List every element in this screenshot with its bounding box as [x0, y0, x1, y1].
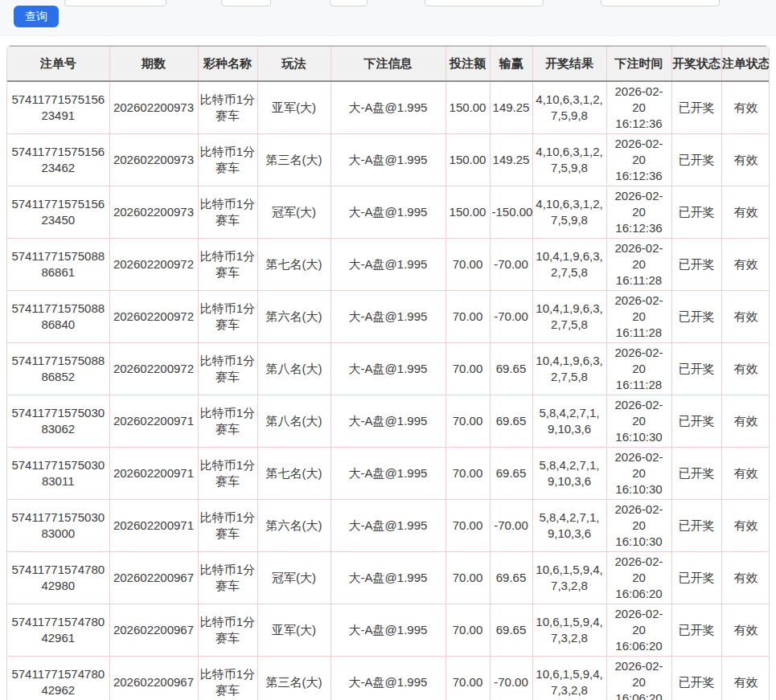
cell-bet-id: 5741177157508886852	[7, 342, 109, 395]
column-header-bet-info: 下注信息	[331, 47, 445, 81]
cell-lottery-name: 比特币1分赛车	[198, 395, 257, 447]
table-row: 5741177157503083011 202602200971 比特币1分赛车…	[7, 447, 770, 499]
cell-draw-result: 5,8,4,2,7,1,9,10,3,6	[532, 447, 606, 499]
cell-bet-time: 2026-02-20 16:06:20	[606, 656, 671, 700]
cell-order-status: 有效	[721, 656, 770, 700]
cell-win-loss: -150.00	[490, 186, 532, 238]
cell-lottery-name: 比特币1分赛车	[198, 133, 257, 186]
cell-bet-time: 2026-02-20 16:06:20	[606, 604, 671, 656]
cell-order-status: 有效	[721, 604, 770, 656]
cell-bet-id: 5741177157503083000	[7, 499, 109, 551]
cell-play-type: 第六名(大)	[257, 499, 331, 551]
cell-play-type: 第七名(大)	[257, 238, 331, 290]
cell-win-loss: 69.65	[490, 342, 532, 395]
cell-win-loss: -70.00	[490, 656, 532, 700]
cell-draw-result: 10,4,1,9,6,3,2,7,5,8	[532, 342, 606, 395]
cell-bet-amount: 150.00	[445, 81, 490, 134]
cell-bet-amount: 70.00	[445, 604, 490, 656]
cell-bet-id: 5741177157478042962	[7, 656, 109, 700]
cell-win-loss: 69.65	[490, 395, 532, 447]
cell-bet-info: 大-A盘@1.995	[331, 133, 445, 186]
filter-bar: 查询	[0, 0, 776, 36]
cell-bet-info: 大-A盘@1.995	[331, 604, 445, 656]
cell-draw-result: 10,6,1,5,9,4,7,3,2,8	[532, 551, 606, 604]
cell-bet-amount: 70.00	[445, 656, 490, 700]
table-row: 5741177157508886852 202602200972 比特币1分赛车…	[7, 342, 770, 395]
cell-bet-id: 5741177157508886861	[7, 238, 109, 290]
table-row: 5741177157508886840 202602200972 比特币1分赛车…	[7, 290, 770, 342]
table-row: 5741177157478042962 202602200967 比特币1分赛车…	[7, 656, 770, 700]
cell-order-status: 有效	[721, 447, 770, 499]
cell-draw-result: 10,6,1,5,9,4,7,3,2,8	[532, 604, 606, 656]
cell-play-type: 亚军(大)	[257, 81, 331, 134]
cell-lottery-name: 比特币1分赛车	[198, 238, 257, 290]
cell-draw-result: 10,4,1,9,6,3,2,7,5,8	[532, 290, 606, 342]
cell-order-status: 有效	[721, 238, 770, 290]
cell-bet-id: 5741177157478042961	[7, 604, 109, 656]
table-row: 5741177157515623450 202602200973 比特币1分赛车…	[7, 186, 770, 238]
cell-bet-amount: 70.00	[445, 395, 490, 447]
cell-bet-info: 大-A盘@1.995	[331, 499, 445, 551]
cell-draw-result: 5,8,4,2,7,1,9,10,3,6	[532, 499, 606, 551]
cell-bet-amount: 150.00	[445, 133, 490, 186]
cell-draw-result: 4,10,6,3,1,2,7,5,9,8	[532, 186, 606, 238]
cell-bet-info: 大-A盘@1.995	[331, 447, 445, 499]
table-header-row: 注单号 期数 彩种名称 玩法 下注信息 投注额 输赢 开奖结果 下注时间 开奖状…	[7, 47, 770, 81]
column-header-order-status: 注单状态	[721, 47, 770, 81]
cell-bet-id: 5741177157478042980	[7, 551, 109, 604]
cell-bet-amount: 70.00	[445, 290, 490, 342]
column-header-win-loss: 输赢	[490, 47, 532, 81]
cell-draw-status: 已开奖	[671, 290, 721, 342]
cell-win-loss: 69.65	[490, 447, 532, 499]
cell-period: 202602200971	[109, 499, 198, 551]
column-header-draw-result: 开奖结果	[532, 47, 606, 81]
cell-order-status: 有效	[721, 499, 770, 551]
cell-bet-amount: 70.00	[445, 238, 490, 290]
cell-lottery-name: 比特币1分赛车	[198, 551, 257, 604]
table-row: 5741177157503083062 202602200971 比特币1分赛车…	[7, 395, 770, 447]
column-header-bet-amount: 投注额	[445, 47, 490, 81]
filter-field-2[interactable]	[221, 0, 271, 6]
filter-field-5[interactable]	[601, 0, 720, 6]
cell-play-type: 第六名(大)	[257, 290, 331, 342]
column-header-period: 期数	[109, 47, 198, 81]
cell-lottery-name: 比特币1分赛车	[198, 342, 257, 395]
cell-bet-info: 大-A盘@1.995	[331, 186, 445, 238]
cell-bet-info: 大-A盘@1.995	[331, 551, 445, 604]
cell-bet-info: 大-A盘@1.995	[331, 656, 445, 700]
cell-draw-result: 5,8,4,2,7,1,9,10,3,6	[532, 395, 606, 447]
filter-field-4[interactable]	[425, 0, 544, 6]
cell-play-type: 亚军(大)	[257, 604, 331, 656]
cell-order-status: 有效	[721, 395, 770, 447]
cell-bet-id: 5741177157515623491	[7, 81, 109, 134]
table-row: 5741177157478042961 202602200967 比特币1分赛车…	[7, 604, 770, 656]
cell-draw-result: 4,10,6,3,1,2,7,5,9,8	[532, 133, 606, 186]
cell-order-status: 有效	[721, 551, 770, 604]
cell-win-loss: 149.25	[490, 81, 532, 134]
cell-bet-time: 2026-02-20 16:10:30	[606, 395, 671, 447]
cell-bet-amount: 150.00	[445, 186, 490, 238]
cell-win-loss: -70.00	[490, 238, 532, 290]
filter-field-3[interactable]	[330, 0, 367, 6]
cell-play-type: 第三名(大)	[257, 656, 331, 700]
cell-win-loss: 69.65	[490, 551, 532, 604]
cell-bet-time: 2026-02-20 16:11:28	[606, 290, 671, 342]
filter-field-1[interactable]	[64, 0, 166, 6]
column-header-lottery-name: 彩种名称	[198, 47, 257, 81]
cell-bet-time: 2026-02-20 16:12:36	[606, 133, 671, 186]
cell-draw-status: 已开奖	[671, 395, 721, 447]
cell-bet-id: 5741177157515623450	[7, 186, 109, 238]
cell-bet-info: 大-A盘@1.995	[331, 81, 445, 134]
cell-period: 202602200971	[109, 447, 198, 499]
cell-bet-info: 大-A盘@1.995	[331, 290, 445, 342]
query-button[interactable]: 查询	[14, 6, 59, 27]
cell-win-loss: 149.25	[490, 133, 532, 186]
cell-bet-id: 5741177157508886840	[7, 290, 109, 342]
cell-bet-id: 5741177157503083062	[7, 395, 109, 447]
cell-period: 202602200973	[109, 133, 198, 186]
cell-bet-time: 2026-02-20 16:12:36	[606, 186, 671, 238]
cell-lottery-name: 比特币1分赛车	[198, 499, 257, 551]
cell-lottery-name: 比特币1分赛车	[198, 604, 257, 656]
cell-period: 202602200973	[109, 81, 198, 134]
cell-win-loss: -70.00	[490, 290, 532, 342]
